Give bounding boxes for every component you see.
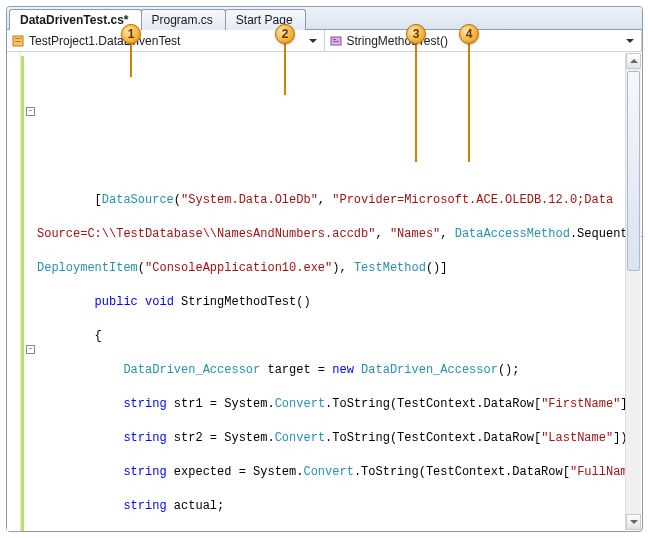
- member-dropdown-text: StringMethodTest(): [347, 34, 624, 48]
- svg-rect-4: [333, 39, 336, 40]
- vertical-scrollbar[interactable]: [625, 53, 641, 530]
- svg-rect-2: [15, 41, 21, 42]
- method-icon: [329, 34, 343, 48]
- scroll-thumb[interactable]: [627, 71, 640, 271]
- change-indicator: [21, 56, 24, 531]
- tab-bar: DataDrivenTest.cs* Program.cs Start Page: [7, 7, 642, 30]
- collapse-toggle[interactable]: -: [26, 107, 35, 116]
- scroll-down-button[interactable]: [626, 514, 641, 530]
- member-dropdown[interactable]: StringMethodTest(): [325, 30, 643, 51]
- callout-3: 3: [406, 24, 426, 44]
- editor-window: DataDrivenTest.cs* Program.cs Start Page…: [6, 6, 643, 532]
- callout-2: 2: [275, 24, 295, 44]
- tab-startpage[interactable]: Start Page: [225, 9, 306, 30]
- code-editor[interactable]: - - [DataSource("System.Data.OleDb", "Pr…: [7, 52, 642, 531]
- tab-datadriven[interactable]: DataDrivenTest.cs*: [9, 9, 142, 30]
- nav-bar: TestProject1.DataDrivenTest StringMethod…: [7, 30, 642, 52]
- scroll-up-button[interactable]: [626, 53, 641, 69]
- chevron-down-icon: [630, 520, 638, 524]
- callout-4: 4: [459, 24, 479, 44]
- callout-line-4: [468, 44, 470, 162]
- chevron-up-icon: [630, 59, 638, 63]
- tab-program[interactable]: Program.cs: [141, 9, 226, 30]
- callout-line-2: [284, 44, 286, 95]
- chevron-down-icon: [309, 39, 317, 43]
- collapse-toggle[interactable]: -: [26, 345, 35, 354]
- callout-line-1: [130, 44, 132, 77]
- gutter: [7, 52, 21, 531]
- code-lines: [DataSource("System.Data.OleDb", "Provid…: [37, 175, 642, 531]
- svg-rect-1: [15, 38, 21, 39]
- callout-line-3: [415, 44, 417, 162]
- callout-1: 1: [121, 24, 141, 44]
- class-icon: [11, 34, 25, 48]
- class-dropdown-text: TestProject1.DataDrivenTest: [29, 34, 306, 48]
- chevron-down-icon: [626, 39, 634, 43]
- svg-rect-5: [333, 41, 339, 42]
